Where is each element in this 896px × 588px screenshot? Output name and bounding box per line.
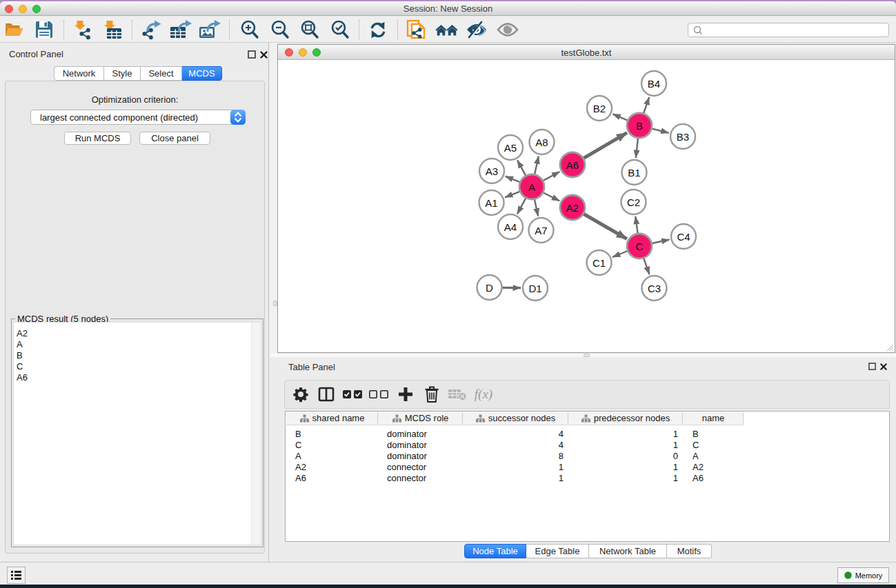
- svg-text:C3: C3: [648, 283, 661, 294]
- svg-text:A8: A8: [535, 136, 548, 148]
- svg-text:A: A: [528, 181, 535, 193]
- svg-text:C2: C2: [627, 196, 640, 208]
- svg-text:A1: A1: [485, 197, 497, 209]
- svg-text:A4: A4: [504, 221, 517, 233]
- svg-text:C: C: [636, 241, 644, 252]
- svg-text:B3: B3: [677, 131, 689, 143]
- svg-text:C4: C4: [677, 231, 690, 243]
- svg-text:D: D: [486, 282, 493, 294]
- svg-text:B1: B1: [628, 167, 640, 179]
- svg-text:A6: A6: [566, 159, 579, 171]
- svg-text:B: B: [636, 120, 643, 132]
- svg-text:A2: A2: [566, 202, 579, 214]
- svg-text:A7: A7: [535, 225, 547, 236]
- svg-text:B2: B2: [593, 103, 606, 114]
- svg-text:D1: D1: [528, 283, 541, 294]
- svg-text:A3: A3: [486, 165, 498, 177]
- svg-text:B4: B4: [648, 78, 660, 90]
- svg-text:C1: C1: [593, 257, 606, 269]
- svg-text:A5: A5: [504, 142, 517, 154]
